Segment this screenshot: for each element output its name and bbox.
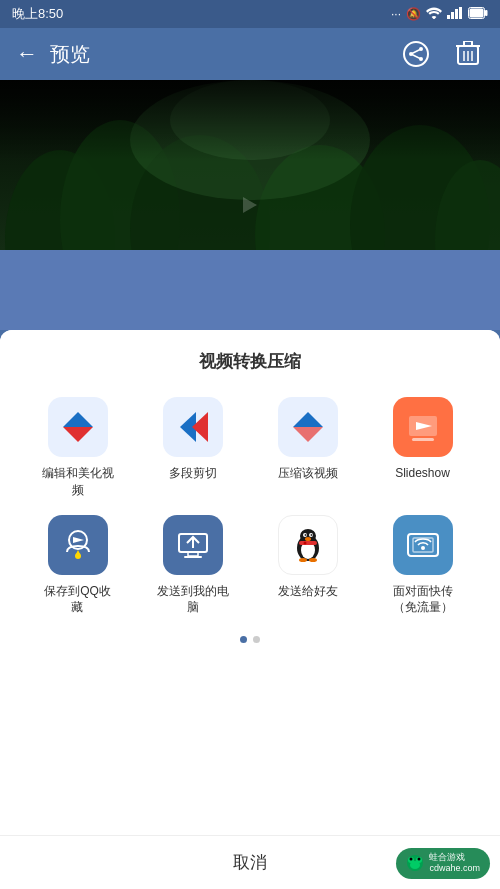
svg-line-11 (411, 49, 421, 54)
svg-point-59 (299, 558, 307, 562)
app-label-edit: 编辑和美化视频 (42, 465, 114, 499)
svg-rect-5 (485, 10, 488, 16)
svg-point-7 (404, 42, 428, 66)
svg-rect-3 (459, 7, 462, 19)
svg-marker-44 (76, 550, 80, 554)
toolbar: ← 预览 (0, 28, 500, 80)
svg-point-56 (305, 537, 311, 541)
share-button[interactable] (400, 38, 432, 70)
bell-icon: 🔕 (406, 7, 421, 21)
svg-point-69 (418, 858, 421, 861)
app-item-qq-save[interactable]: 保存到QQ收藏 (24, 515, 131, 617)
toolbar-left: ← 预览 (16, 41, 90, 68)
dot-1 (240, 636, 247, 643)
play-icon-area (243, 197, 257, 213)
app-label-send-pc: 发送到我的电脑 (157, 583, 229, 617)
modal-title: 视频转换压缩 (16, 350, 484, 373)
svg-point-60 (309, 558, 317, 562)
app-item-compress[interactable]: 压缩该视频 (254, 397, 361, 499)
dot-2 (253, 636, 260, 643)
app-item-edit[interactable]: 编辑和美化视频 (24, 397, 131, 499)
modal-overlay: 视频转换压缩 编辑和美化视频 (0, 330, 500, 889)
signal-icon (447, 7, 463, 22)
app-item-send-friend[interactable]: 发送给好友 (254, 515, 361, 617)
app-icon-send-friend (278, 515, 338, 575)
wifi-icon (426, 7, 442, 22)
app-icon-face-transfer (393, 515, 453, 575)
app-icon-qq-save (48, 515, 108, 575)
svg-marker-42 (73, 537, 84, 543)
status-bar: 晚上8:50 ··· 🔕 (0, 0, 500, 28)
app-label-slideshow: Slideshow (395, 465, 450, 482)
svg-marker-33 (63, 427, 93, 442)
svg-point-58 (303, 541, 306, 544)
svg-rect-57 (299, 541, 317, 545)
svg-marker-37 (293, 427, 323, 442)
svg-marker-36 (293, 412, 323, 427)
watermark-brand: 蛙合游戏 (429, 852, 480, 864)
svg-rect-46 (188, 552, 198, 556)
svg-line-12 (411, 54, 421, 59)
svg-rect-6 (470, 8, 484, 17)
app-label-clip: 多段剪切 (169, 465, 217, 482)
svg-point-63 (421, 546, 425, 550)
delete-button[interactable] (452, 38, 484, 70)
svg-point-68 (410, 858, 413, 861)
app-grid: 编辑和美化视频 多段剪切 (16, 397, 484, 616)
svg-rect-47 (184, 556, 202, 558)
app-item-face-transfer[interactable]: 面对面快传（免流量） (369, 515, 476, 617)
frog-icon (406, 854, 424, 872)
watermark-text: 蛙合游戏 cdwahe.com (429, 852, 480, 875)
app-item-send-pc[interactable]: 发送到我的电脑 (139, 515, 246, 617)
app-icon-compress (278, 397, 338, 457)
app-icon-edit (48, 397, 108, 457)
modal-container: 视频转换压缩 编辑和美化视频 (0, 330, 500, 889)
svg-rect-2 (455, 9, 458, 19)
battery-icon (468, 7, 488, 22)
page-title: 预览 (50, 41, 90, 68)
signal-dots-icon: ··· (391, 7, 401, 21)
svg-point-54 (304, 534, 306, 536)
toolbar-right (400, 38, 484, 70)
svg-rect-40 (412, 438, 434, 441)
background-strip (0, 250, 500, 330)
status-icons: ··· 🔕 (391, 7, 488, 22)
svg-point-67 (410, 861, 420, 869)
video-overlay (0, 80, 500, 160)
svg-point-55 (310, 534, 312, 536)
cancel-label: 取消 (233, 851, 267, 874)
app-label-face-transfer: 面对面快传（免流量） (393, 583, 453, 617)
back-button[interactable]: ← (16, 41, 38, 67)
svg-rect-1 (451, 12, 454, 19)
app-item-clip[interactable]: 多段剪切 (139, 397, 246, 499)
app-label-qq-save: 保存到QQ收藏 (44, 583, 111, 617)
svg-rect-0 (447, 15, 450, 19)
app-icon-clip (163, 397, 223, 457)
app-label-compress: 压缩该视频 (278, 465, 338, 482)
watermark-site: cdwahe.com (429, 863, 480, 875)
status-time: 晚上8:50 (12, 5, 63, 23)
svg-rect-15 (464, 41, 472, 46)
watermark: 蛙合游戏 cdwahe.com (396, 848, 490, 879)
pagination-dots (16, 636, 484, 643)
app-icon-slideshow (393, 397, 453, 457)
svg-marker-32 (63, 412, 93, 427)
app-item-slideshow[interactable]: Slideshow (369, 397, 476, 499)
app-label-send-friend: 发送给好友 (278, 583, 338, 600)
app-icon-send-pc (163, 515, 223, 575)
